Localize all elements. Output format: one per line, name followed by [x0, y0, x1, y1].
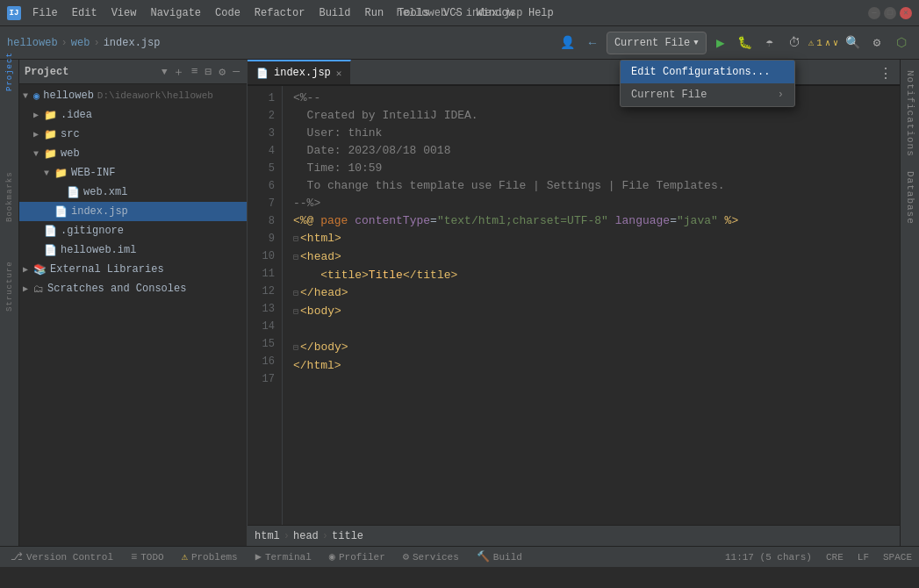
tree-item-indexjsp[interactable]: 📄 index.jsp — [19, 202, 247, 221]
status-line-sep: LF — [858, 552, 869, 563]
breadcrumb-title[interactable]: title — [332, 530, 363, 542]
menu-build[interactable]: Build — [312, 5, 356, 21]
profiler-label: Profiler — [339, 552, 385, 563]
run-config-button[interactable]: Current File ▼ — [607, 32, 707, 54]
bc-sep1: › — [284, 530, 290, 542]
close-button[interactable]: ✕ — [900, 7, 912, 19]
minimize-button[interactable]: — — [868, 7, 880, 19]
editor-content[interactable]: 1 2 3 4 5 6 7 8 9 10 11 12 13 14 15 16 1… — [248, 86, 900, 525]
warning-expand-icon: ∧ — [825, 38, 830, 48]
edit-config-label: Edit Configurations... — [631, 66, 770, 78]
build-icon: 🔨 — [477, 550, 490, 563]
profiler-tab[interactable]: ◉ Profiler — [326, 547, 389, 567]
project-add-button[interactable]: ＋ — [171, 62, 186, 82]
services-tab[interactable]: ⚙ Services — [399, 547, 463, 567]
editor-breadcrumb: html › head › title — [248, 525, 900, 546]
warning-indicator[interactable]: ⚠ 1 ∧ ∨ — [808, 37, 838, 48]
menu-file[interactable]: File — [26, 5, 64, 21]
maximize-button[interactable]: □ — [884, 7, 896, 19]
file-icon-webxml: 📄 — [67, 186, 80, 199]
coverage-button[interactable]: ☂ — [759, 32, 780, 54]
tree-item-web[interactable]: ▼ 📁 web — [19, 144, 247, 163]
tree-item-webxml[interactable]: 📄 web.xml — [19, 183, 247, 202]
tab-file-icon: 📄 — [256, 68, 269, 79]
plugin-icon[interactable]: ⬡ — [891, 32, 912, 54]
toolbar: helloweb › web › index.jsp 👤 ← Current F… — [0, 26, 919, 60]
project-hide-button[interactable]: — — [231, 63, 241, 80]
tree-item-src-label: src — [61, 128, 80, 140]
terminal-label: Terminal — [265, 552, 312, 563]
problems-label: Problems — [191, 552, 238, 563]
back-icon[interactable]: ← — [582, 32, 603, 54]
tab-menu-button[interactable]: ⋮ — [875, 63, 896, 84]
tree-item-root[interactable]: ▼ ◉ helloweb D:\ideawork\helloweb — [19, 86, 247, 105]
breadcrumb-project[interactable]: helloweb — [7, 37, 58, 49]
tab-indexjsp[interactable]: 📄 index.jsp ✕ — [248, 60, 351, 84]
breadcrumb-head[interactable]: head — [293, 530, 319, 542]
tree-item-iml[interactable]: 📄 helloweb.iml — [19, 240, 247, 260]
problems-tab[interactable]: ⚠ Problems — [178, 547, 241, 567]
menu-navigate[interactable]: Navigate — [144, 5, 207, 21]
tree-item-gitignore[interactable]: 📄 .gitignore — [19, 221, 247, 240]
tree-item-web-label: web — [61, 147, 80, 160]
build-tab[interactable]: 🔨 Build — [473, 547, 526, 567]
submenu-arrow-icon: › — [778, 89, 784, 101]
app-icon: IJ — [7, 6, 21, 20]
tree-item-extlib[interactable]: ▶ 📚 External Libraries — [19, 260, 247, 279]
version-control-tab[interactable]: ⎇ Version Control — [7, 547, 117, 567]
project-collapse-button[interactable]: ⊟ — [204, 63, 214, 81]
tree-item-src[interactable]: ▶ 📁 src — [19, 125, 247, 144]
menu-edit[interactable]: Edit — [66, 5, 104, 21]
tab-bar: 📄 index.jsp ✕ ⋮ — [248, 60, 900, 86]
tree-item-webinf[interactable]: ▼ 📁 WEB-INF — [19, 163, 247, 183]
profiler-icon: ◉ — [329, 550, 335, 563]
window-controls: — □ ✕ — [868, 7, 912, 19]
code-editor[interactable]: <%-- Created by IntelliJ IDEA. User: thi… — [283, 86, 900, 525]
menu-view[interactable]: View — [105, 5, 143, 21]
user-icon[interactable]: 👤 — [557, 32, 578, 54]
tab-actions: ⋮ — [875, 63, 900, 84]
structure-icon[interactable]: Structure — [1, 277, 18, 295]
search-button[interactable]: 🔍 — [842, 32, 863, 54]
tab-close-button[interactable]: ✕ — [336, 68, 342, 79]
tree-item-scratches[interactable]: ▶ 🗂 Scratches and Consoles — [19, 279, 247, 298]
tree-item-idea[interactable]: ▶ 📁 .idea — [19, 105, 247, 125]
menu-code[interactable]: Code — [209, 5, 247, 21]
bc-sep2: › — [322, 530, 328, 542]
warning-icon: ⚠ — [808, 37, 815, 48]
project-list-button[interactable]: ≡ — [190, 63, 200, 80]
folder-icon-extlib: 📚 — [33, 263, 47, 276]
menu-run[interactable]: Run — [358, 5, 390, 21]
breadcrumb-html[interactable]: html — [255, 530, 280, 542]
vcs-label: Version Control — [26, 552, 113, 563]
tree-item-idea-label: .idea — [61, 109, 92, 121]
tree-item-webxml-label: web.xml — [83, 186, 127, 198]
tree-item-extlib-label: External Libraries — [50, 263, 164, 276]
terminal-icon: ▶ — [255, 550, 262, 563]
status-indent: SPACE — [883, 552, 912, 563]
profile-button[interactable]: ⏱ — [784, 32, 805, 54]
edit-configurations-item[interactable]: Edit Configurations... — [621, 61, 794, 83]
project-settings-button[interactable]: ⚙ — [217, 63, 227, 81]
warning-count: 1 — [816, 38, 822, 48]
tab-label: index.jsp — [274, 67, 331, 79]
services-icon: ⚙ — [403, 550, 409, 563]
menu-refactor[interactable]: Refactor — [248, 5, 312, 21]
todo-tab[interactable]: ≡ TODO — [127, 547, 168, 567]
settings-button[interactable]: ⚙ — [866, 32, 887, 54]
terminal-tab[interactable]: ▶ Terminal — [252, 547, 315, 567]
breadcrumb-web[interactable]: web — [71, 37, 90, 49]
bookmarks-icon[interactable]: Bookmarks — [1, 188, 18, 205]
database-panel-button[interactable]: Database — [903, 164, 917, 232]
run-button[interactable]: ▶ — [710, 32, 731, 54]
project-tree: ▼ ◉ helloweb D:\ideawork\helloweb ▶ 📁 .i… — [19, 84, 247, 546]
current-file-item[interactable]: Current File › — [621, 83, 794, 106]
folder-icon-idea: 📁 — [44, 109, 57, 122]
menu-help[interactable]: Help — [522, 5, 560, 21]
status-right: 11:17 (5 chars) CRE LF SPACE — [725, 552, 912, 563]
project-sidebar-icon[interactable]: Project — [1, 63, 18, 81]
debug-button[interactable]: 🐛 — [735, 32, 756, 54]
run-config-label: Current File — [614, 37, 690, 49]
right-sidebar: Notifications Database — [900, 60, 919, 546]
notifications-panel-button[interactable]: Notifications — [903, 63, 917, 164]
